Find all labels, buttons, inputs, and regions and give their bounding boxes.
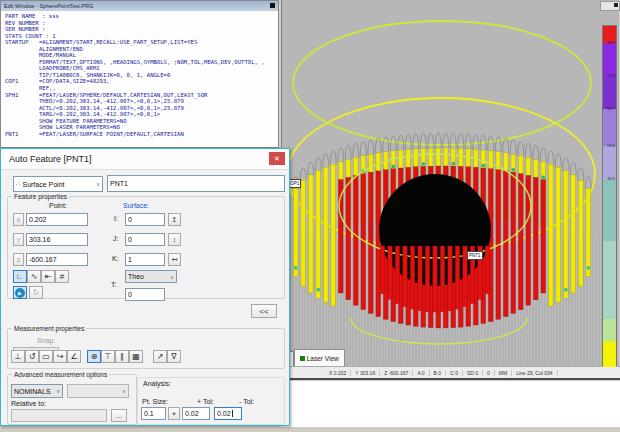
vector-pick-icon[interactable]: ↥ [168,213,181,226]
tab-laser-view[interactable]: Laser View [294,349,345,366]
measurement-properties-legend: Measurement properties [12,325,86,332]
analysis-label: Analysis: [143,380,171,387]
theo-value: Theo [128,273,144,280]
colorbar-segment [603,109,616,146]
collapse-button[interactable]: << [251,304,277,318]
status-item: Y 303.16 [351,370,380,376]
relative-to-label: Relative to: [11,400,46,407]
status-item: MM [495,370,512,376]
vector-align-icon[interactable]: ↤ [168,253,181,266]
k-input[interactable]: 1 [125,253,165,266]
edit-window[interactable]: Edit Window - SpherePointTest.PRG PART N… [0,0,279,148]
x-axis-letter: X [16,217,20,223]
play-icon: ▶ [15,288,25,298]
deviation-colorbar: 89.977.865.753.641.5 [602,25,617,366]
z-input[interactable]: -600.167 [26,253,88,266]
t-value: 0 [128,291,132,298]
i-input[interactable]: 0 [125,213,165,226]
status-item: 0 [483,370,495,376]
browse-label: ... [116,412,122,419]
laser-view-canvas[interactable] [282,0,619,366]
status-item: C 0 [446,370,463,376]
angle-icon[interactable]: ∠ [67,350,81,363]
secondary-select[interactable]: ∨ [67,384,129,398]
pnt-tag[interactable]: PNT1 [467,251,483,260]
axis-origin-icon[interactable]: ∟ [13,270,27,283]
z-value: -600.167 [29,256,57,263]
theo-select[interactable]: Theo ∨ [125,270,177,283]
t-label: T: [111,281,116,288]
rectangle-icon[interactable]: ▭ [39,350,53,363]
plus-tol-label: + Tol: [197,398,214,405]
colorbar-tick: 53.6 [607,144,615,148]
collapse-label: << [259,307,268,316]
status-item: Z -600.167 [380,370,413,376]
plus-tol-value: 0.02 [185,410,199,417]
jump-icon[interactable]: ↪ [53,350,67,363]
level-icon[interactable]: ⊤ [101,350,115,363]
status-item: X 0.202 [325,370,351,376]
nominals-select[interactable]: NOMINALS ∨ [11,384,63,398]
offset-icon[interactable]: ∥ [115,350,129,363]
filter-icon[interactable]: ∇ [167,350,181,363]
status-item: Line 29, Col 034 [512,370,557,376]
j-input[interactable]: 0 [125,233,165,246]
j-value: 0 [128,236,132,243]
colorbar-segment [603,76,616,109]
surface-point-icon: ∴ [16,180,20,188]
i-label: I: [114,215,118,222]
laser-view-panel[interactable]: COP1 PNT1 [281,0,618,366]
plus-tol-input[interactable]: 0.02 [182,407,210,420]
rotate-icon[interactable]: ↺ [25,350,39,363]
status-bar: X 0.202Y 303.16Z -600.167A 0B 0C 0SD 00M… [281,366,620,380]
status-item: A 0 [413,370,429,376]
tab-laser-view-label: Laser View [307,355,339,362]
edit-window-close-icon[interactable] [270,3,275,8]
distance-icon[interactable]: ⇤ [41,270,55,283]
z-axis-button[interactable]: Z [13,253,24,266]
status-item: SD 0 [463,370,483,376]
y-axis-button[interactable]: Y [13,233,24,246]
j-label: J: [113,235,118,242]
minus-tol-input[interactable]: 0.02 [214,407,242,420]
program-code[interactable]: PART NAME : sssREV NUMBER :SER NUMBER :S… [1,11,278,145]
point-label: Point: [49,202,67,209]
relative-to-input[interactable] [11,409,107,422]
probe-size-icon[interactable]: ⌖ [168,407,180,420]
path-icon[interactable]: ↗ [153,350,167,363]
surface-label: Surface: [123,202,149,209]
colorbar-tick: 41.5 [607,177,615,181]
x-input[interactable]: 0.202 [26,213,88,226]
pt-size-label: Pt. Size: [142,398,168,405]
anchor-icon[interactable]: ⊥ [11,350,25,363]
y-input[interactable]: 303.16 [26,233,88,246]
minus-tol-label: - Tol: [239,398,254,405]
t-input[interactable]: 0 [125,288,165,301]
feature-name-input[interactable]: PNT1 [107,175,285,192]
chevron-down-icon: ∨ [170,274,174,280]
dialog-close-button[interactable]: ✕ [269,152,285,165]
code-label: PNT1 [5,131,39,138]
vector-flip-icon[interactable]: ↕ [168,233,181,246]
pt-size-input[interactable]: 0.1 [141,407,166,420]
regenerate-icon[interactable]: ↻ [29,286,43,299]
k-label: K: [112,255,119,262]
app-window: COP1 PNT1 89.977.865.753.641.5 w Laser V… [0,0,620,432]
dialog-titlebar[interactable]: Auto Feature [PNT1] ✕ [1,149,289,170]
edit-window-titlebar[interactable]: Edit Window - SpherePointTest.PRG [1,1,278,11]
advanced-options-legend: Advanced measurement options [12,371,109,378]
play-button[interactable]: ▶ [13,286,27,299]
histogram-icon[interactable]: ▦ [129,350,143,363]
colorbar-segment [603,241,616,319]
x-axis-button[interactable]: X [13,213,24,226]
target-icon[interactable]: ⊕ [87,350,101,363]
browse-button[interactable]: ... [111,409,127,422]
nominals-value: NOMINALS [14,388,51,395]
feature-properties-legend: Feature properties [12,193,69,200]
colorbar-close-dot[interactable] [614,3,618,7]
scan-profile-icon[interactable]: ∿ [27,270,41,283]
k-value: 1 [128,256,132,263]
feature-type-select[interactable]: ∴ Surface Point ∨ [13,176,103,192]
pt-size-value: 0.1 [144,410,154,417]
grid-icon[interactable]: # [55,270,69,283]
